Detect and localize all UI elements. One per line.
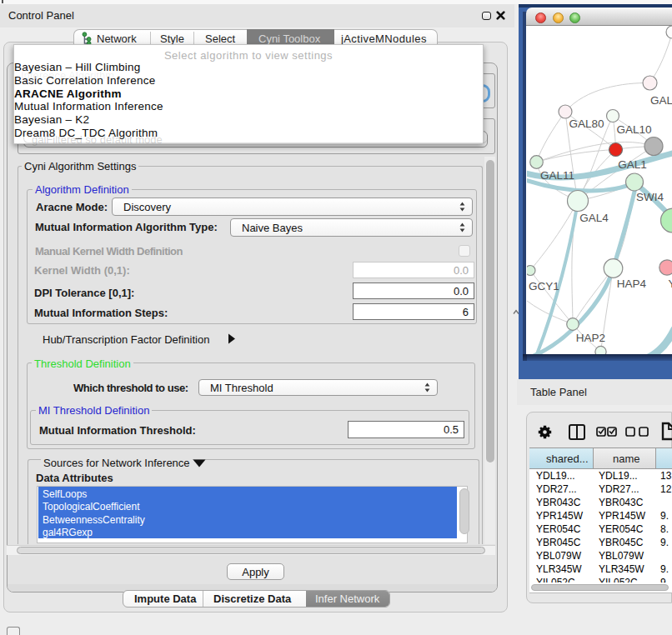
- svg-text:Y: Y: [668, 278, 672, 290]
- svg-text:HAP4: HAP4: [616, 278, 646, 290]
- svg-text:GCY1: GCY1: [529, 280, 559, 292]
- svg-text:HAP2: HAP2: [575, 332, 604, 344]
- svg-text:GAL1: GAL1: [618, 158, 647, 171]
- svg-text:GAL10: GAL10: [616, 123, 651, 136]
- svg-text:GAL: GAL: [650, 94, 672, 107]
- svg-text:GAL4: GAL4: [579, 212, 609, 224]
- svg-text:GAL11: GAL11: [539, 169, 574, 182]
- svg-text:GAL80: GAL80: [569, 118, 604, 130]
- svg-text:SWI4: SWI4: [635, 191, 663, 203]
